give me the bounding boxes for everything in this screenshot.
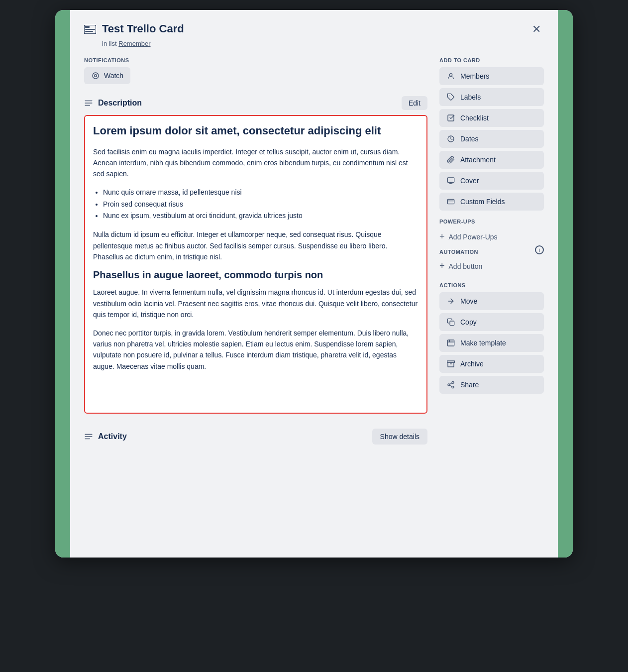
activity-icon	[84, 432, 93, 441]
svg-line-31	[450, 385, 452, 387]
desc-para4: Donec nec porttitor turpis, in gravida l…	[93, 328, 419, 372]
archive-icon	[446, 359, 455, 368]
card-subtitle: in list Remember	[102, 40, 544, 47]
watch-label: Watch	[104, 72, 123, 80]
labels-button[interactable]: Labels	[439, 88, 544, 106]
plus-icon-2: +	[439, 261, 445, 271]
svg-rect-19	[447, 199, 454, 204]
svg-rect-14	[448, 115, 454, 121]
board-strip-right	[558, 10, 573, 558]
share-label: Share	[460, 381, 479, 389]
description-title-row: Description	[84, 99, 142, 108]
desc-heading2: Phasellus in augue laoreet, commodo turp…	[93, 269, 419, 281]
template-icon	[446, 338, 455, 347]
svg-rect-3	[85, 31, 93, 32]
svg-rect-16	[447, 178, 454, 182]
labels-label: Labels	[460, 93, 481, 101]
svg-rect-1	[85, 26, 90, 28]
attachment-button[interactable]: Attachment	[439, 151, 544, 169]
attachment-icon	[446, 155, 455, 164]
list-link[interactable]: Remember	[118, 40, 150, 47]
checklist-label: Checklist	[460, 114, 489, 122]
card-sidebar: Add to card Members	[439, 57, 544, 397]
cover-icon	[446, 176, 455, 185]
desc-list: Nunc quis ornare massa, id pellentesque …	[93, 187, 419, 222]
show-details-button[interactable]: Show details	[372, 429, 427, 445]
add-to-card-label: Add to card	[439, 57, 544, 63]
members-icon	[446, 72, 455, 81]
custom-fields-icon	[446, 197, 455, 206]
watch-icon	[91, 71, 100, 80]
svg-point-5	[93, 73, 99, 79]
board-strip-left	[55, 10, 70, 558]
actions-label: Actions	[439, 282, 544, 288]
svg-rect-22	[450, 321, 454, 326]
description-header: Description Edit	[84, 96, 427, 110]
modal-overlay: Test Trello Card ✕ in list Remember Noti…	[55, 10, 573, 558]
activity-section: Activity Show details	[84, 424, 427, 449]
power-ups-label: Power-Ups	[439, 219, 544, 224]
svg-rect-23	[447, 340, 454, 346]
share-button[interactable]: Share	[439, 376, 544, 394]
desc-heading1: Lorem ipsum dolor sit amet, consectetur …	[93, 124, 419, 138]
members-button[interactable]: Members	[439, 67, 544, 85]
list-item: Nunc ex ipsum, vestibulum at orci tincid…	[103, 210, 419, 222]
card-title: Test Trello Card	[102, 22, 184, 36]
members-label: Members	[460, 72, 489, 80]
card-type-icon	[84, 25, 96, 34]
add-button-label: Add button	[449, 262, 483, 270]
activity-title: Activity	[98, 432, 127, 441]
dates-label: Dates	[460, 135, 479, 143]
move-label: Move	[460, 297, 477, 305]
activity-header: Activity Show details	[84, 424, 427, 449]
card-title-section: Test Trello Card	[84, 22, 529, 36]
dates-button[interactable]: Dates	[439, 130, 544, 148]
plus-icon: +	[439, 231, 445, 242]
custom-fields-button[interactable]: Custom Fields	[439, 193, 544, 211]
move-icon	[446, 297, 455, 306]
automation-info-icon[interactable]: i	[535, 245, 544, 254]
svg-rect-2	[85, 29, 95, 30]
archive-button[interactable]: Archive	[439, 355, 544, 373]
svg-rect-26	[447, 361, 455, 362]
add-power-ups-label: Add Power-Ups	[449, 233, 498, 241]
description-icon	[84, 99, 93, 108]
copy-button[interactable]: Copy	[439, 313, 544, 331]
watch-button[interactable]: Watch	[84, 67, 130, 84]
add-button-button[interactable]: + Add button	[439, 258, 544, 274]
list-item: Proin sed consequat risus	[103, 199, 419, 211]
list-item: Nunc quis ornare massa, id pellentesque …	[103, 187, 419, 199]
checklist-button[interactable]: Checklist	[439, 109, 544, 127]
labels-icon	[446, 93, 455, 102]
make-template-button[interactable]: Make template	[439, 334, 544, 352]
dates-icon	[446, 134, 455, 143]
svg-point-12	[449, 74, 452, 76]
copy-label: Copy	[460, 318, 477, 326]
card-modal: Test Trello Card ✕ in list Remember Noti…	[70, 10, 558, 558]
automation-section-header: Automation i	[439, 245, 544, 255]
svg-point-4	[95, 75, 97, 77]
checklist-icon	[446, 113, 455, 122]
card-body: Notifications Watch	[84, 57, 544, 449]
card-main: Notifications Watch	[84, 57, 427, 449]
card-header: Test Trello Card ✕	[84, 22, 544, 38]
move-button[interactable]: Move	[439, 292, 544, 310]
make-template-label: Make template	[460, 339, 506, 347]
notifications-section: Notifications Watch	[84, 57, 427, 84]
share-icon	[446, 380, 455, 389]
attachment-label: Attachment	[460, 156, 496, 164]
desc-para1: Sed facilisis enim eu magna iaculis impe…	[93, 146, 419, 180]
description-content[interactable]: Lorem ipsum dolor sit amet, consectetur …	[84, 115, 427, 414]
edit-description-button[interactable]: Edit	[402, 96, 427, 110]
activity-title-row: Activity	[84, 432, 127, 441]
subtitle-prefix: in list	[102, 40, 117, 47]
automation-label: Automation	[439, 249, 478, 255]
cover-button[interactable]: Cover	[439, 172, 544, 190]
archive-label: Archive	[460, 360, 484, 368]
notifications-label: Notifications	[84, 57, 427, 63]
description-section: Description Edit Lorem ipsum dolor sit a…	[84, 96, 427, 414]
desc-para3: Laoreet augue. In viverra fermentum null…	[93, 287, 419, 320]
close-button[interactable]: ✕	[529, 21, 544, 38]
add-power-ups-button[interactable]: + Add Power-Ups	[439, 228, 544, 245]
desc-para2: Nulla dictum id ipsum eu efficitur. Inte…	[93, 229, 419, 262]
